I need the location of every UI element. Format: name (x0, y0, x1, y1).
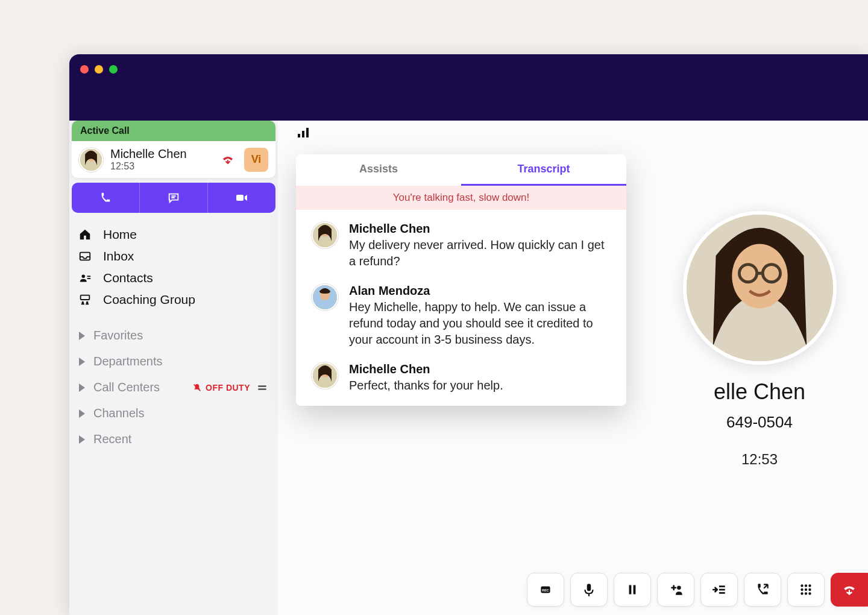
popover-tabs: Assists Transcript (296, 154, 626, 186)
sidebar: Active Call Michelle Chen 12:53 Vi (69, 121, 278, 615)
contact-phone: 649-0504 (726, 413, 793, 432)
svg-rect-9 (81, 295, 90, 300)
signal-strength-icon[interactable] (296, 125, 310, 142)
vi-badge[interactable]: Vi (244, 148, 268, 172)
transcript-popover: Assists Transcript You're talking fast, … (296, 154, 626, 406)
speaker-name: Michelle Chen (349, 222, 611, 236)
tab-assists[interactable]: Assists (296, 154, 461, 186)
tab-transcript[interactable]: Transcript (461, 154, 626, 186)
callback-button[interactable] (744, 573, 781, 607)
primary-nav: Home Inbox Contacts Coaching Group (69, 213, 278, 317)
svg-point-45 (800, 592, 803, 594)
inbox-icon (78, 250, 92, 263)
svg-point-6 (82, 275, 86, 279)
speaker-name: Michelle Chen (349, 362, 611, 376)
section-departments[interactable]: Departments (74, 348, 273, 374)
main-panel: elle Chen 649-0504 12:53 Assists Transcr… (278, 121, 868, 615)
section-call-centers[interactable]: Call Centers OFF DUTY (74, 374, 273, 400)
svg-rect-16 (302, 131, 304, 137)
content-area: Active Call Michelle Chen 12:53 Vi (69, 121, 868, 615)
svg-point-43 (805, 588, 807, 591)
speaker-name: Alan Mendoza (349, 284, 611, 298)
end-call-button[interactable] (831, 573, 868, 607)
close-window-button[interactable] (80, 65, 89, 74)
svg-rect-34 (634, 585, 636, 594)
svg-point-46 (805, 592, 807, 594)
mute-button[interactable] (570, 573, 608, 607)
transcript-message: Michelle Chen My delivery never arrived.… (312, 222, 611, 270)
section-label: Recent (93, 432, 131, 446)
contact-card: elle Chen 649-0504 12:53 (633, 211, 868, 468)
bell-off-icon (192, 383, 202, 393)
message-text: Hey Michelle, happy to help. We can issu… (349, 299, 611, 348)
voice-tab[interactable] (72, 183, 140, 213)
call-controls: REC (518, 564, 868, 615)
speaker-avatar (312, 362, 338, 389)
coaching-alert: You're talking fast, slow down! (296, 186, 626, 210)
section-label: Departments (93, 355, 163, 368)
home-icon (78, 228, 92, 241)
hangup-icon[interactable] (219, 151, 237, 169)
maximize-window-button[interactable] (109, 65, 118, 74)
active-call-header: Active Call (72, 121, 275, 141)
svg-rect-8 (87, 278, 91, 279)
message-text: Perfect, thanks for your help. (349, 377, 611, 394)
dialpad-button[interactable] (787, 573, 825, 607)
nav-coaching-group[interactable]: Coaching Group (74, 289, 273, 311)
titlebar (69, 54, 868, 121)
minimize-window-button[interactable] (95, 65, 103, 74)
nav-label: Inbox (103, 249, 134, 263)
speaker-avatar (312, 284, 338, 311)
contact-avatar-large (683, 211, 837, 365)
caller-avatar (79, 148, 103, 172)
active-call-body: Michelle Chen 12:53 Vi (72, 141, 275, 178)
nav-label: Home (103, 227, 137, 242)
record-button[interactable]: REC (527, 573, 564, 607)
section-label: Call Centers (93, 380, 160, 394)
nav-label: Contacts (103, 271, 153, 285)
add-participant-button[interactable] (657, 573, 694, 607)
svg-point-40 (805, 584, 807, 587)
caret-icon (79, 383, 85, 392)
svg-point-47 (808, 592, 811, 594)
nav-contacts[interactable]: Contacts (74, 267, 273, 289)
drag-handle-icon[interactable] (256, 382, 268, 394)
section-channels[interactable]: Channels (74, 400, 273, 426)
svg-rect-7 (87, 276, 91, 277)
nav-inbox[interactable]: Inbox (74, 245, 273, 267)
contacts-icon (78, 271, 92, 285)
section-recent[interactable]: Recent (74, 426, 273, 452)
section-label: Channels (93, 406, 145, 420)
caret-icon (79, 358, 85, 366)
speaker-avatar (312, 222, 338, 248)
svg-rect-15 (298, 134, 300, 137)
channel-tabs (72, 183, 275, 213)
collapsible-sections: Favorites Departments Call Centers OFF D… (69, 317, 278, 458)
section-label: Favorites (93, 329, 143, 342)
caret-icon (79, 332, 85, 340)
chat-tab[interactable] (140, 183, 208, 213)
coaching-icon (78, 293, 92, 306)
transfer-button[interactable] (700, 573, 738, 607)
svg-point-39 (800, 584, 803, 587)
nav-home[interactable]: Home (74, 224, 273, 245)
app-window: Active Call Michelle Chen 12:53 Vi (69, 54, 868, 615)
caret-icon (79, 409, 85, 418)
message-text: My delivery never arrived. How quickly c… (349, 237, 611, 270)
caret-icon (79, 435, 85, 444)
svg-text:REC: REC (542, 588, 549, 592)
active-call-card[interactable]: Active Call Michelle Chen 12:53 Vi (72, 121, 275, 178)
transcript-message: Alan Mendoza Hey Michelle, happy to help… (312, 284, 611, 348)
svg-point-44 (808, 588, 811, 591)
hold-button[interactable] (614, 573, 651, 607)
svg-point-42 (800, 588, 803, 591)
section-favorites[interactable]: Favorites (74, 323, 273, 348)
off-duty-badge: OFF DUTY (192, 383, 250, 393)
caller-name: Michelle Chen (110, 147, 212, 161)
svg-rect-4 (236, 195, 244, 201)
nav-label: Coaching Group (103, 292, 195, 307)
svg-rect-17 (306, 128, 309, 137)
video-tab[interactable] (208, 183, 275, 213)
contact-name: elle Chen (714, 379, 805, 405)
svg-point-41 (808, 584, 811, 587)
